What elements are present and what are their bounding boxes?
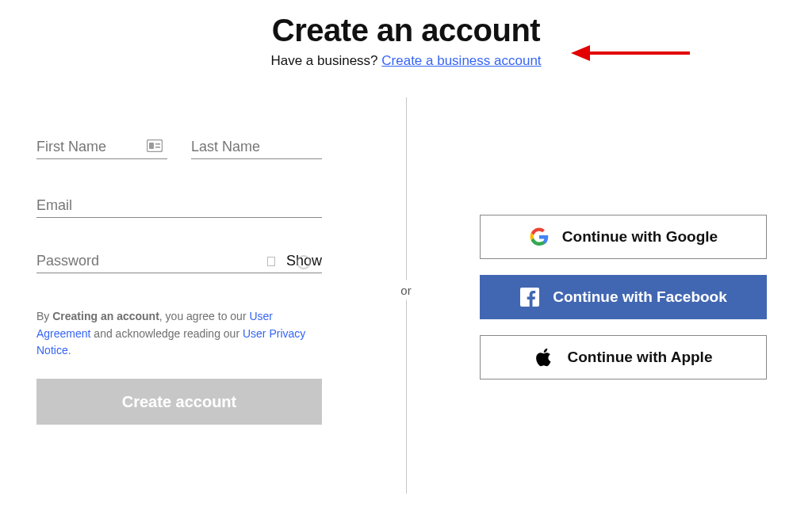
header: Create an account Have a business? Creat… [0,0,812,69]
terms-prefix: By [36,310,52,322]
show-password-checkbox[interactable] [267,257,275,266]
signup-form: Show By Creating an account, you agree t… [36,139,322,425]
terms-suffix: . [68,344,71,357]
password-input[interactable] [36,253,267,269]
terms-bold: Creating an account [52,310,159,322]
last-name-field-wrap [191,139,322,159]
first-name-field-wrap [36,139,167,159]
id-card-icon [147,139,163,155]
name-row [36,139,322,159]
google-button-label: Continue with Google [562,228,718,246]
apple-button-label: Continue with Apple [568,349,713,366]
continue-apple-button[interactable]: Continue with Apple [480,335,767,379]
terms-mid1: , you agree to our [159,310,250,322]
signup-page: Create an account Have a business? Creat… [0,0,812,511]
content-columns: or [0,97,812,494]
apple-icon [534,347,555,368]
google-icon [529,227,550,247]
business-prompt-text: Have a business? [270,53,377,68]
last-name-input[interactable] [191,139,322,155]
terms-text: By Creating an account, you agree to our… [36,308,322,360]
business-account-link[interactable]: Create a business account [381,53,541,68]
svg-rect-3 [149,143,154,149]
arrow-annotation-icon [571,38,690,68]
email-field-wrap [36,197,322,218]
email-input[interactable] [36,197,322,214]
or-separator: or [396,280,416,300]
continue-google-button[interactable]: Continue with Google [480,215,767,259]
facebook-button-label: Continue with Facebook [553,288,727,306]
continue-facebook-button[interactable]: Continue with Facebook [480,275,767,319]
social-login-panel: Continue with Google Continue with Faceb… [480,215,767,395]
svg-rect-4 [155,143,160,145]
first-name-input[interactable] [36,139,147,155]
svg-rect-5 [155,147,160,148]
create-account-button[interactable]: Create account [36,379,322,425]
show-password-label[interactable]: Show [286,253,322,269]
password-field-wrap: Show [36,253,322,273]
facebook-icon [519,287,540,307]
svg-marker-1 [571,45,590,61]
terms-mid2: and acknowledge reading our [90,327,242,340]
business-prompt: Have a business? Create a business accou… [0,53,812,69]
page-title: Create an account [0,13,812,48]
